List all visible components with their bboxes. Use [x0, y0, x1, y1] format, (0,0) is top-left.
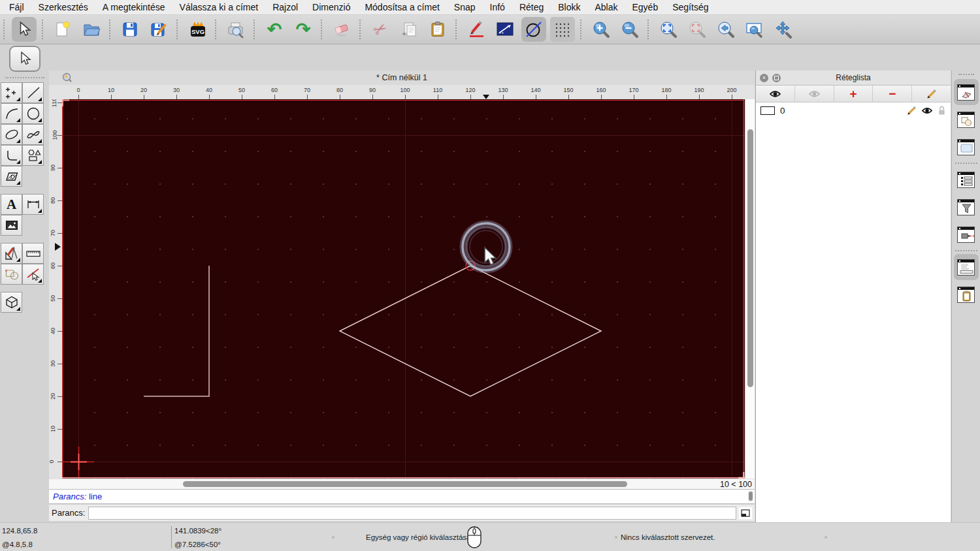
circle-slash-tool-button[interactable] — [521, 17, 546, 42]
dimension-tool[interactable] — [22, 194, 44, 215]
polyline-icon — [4, 148, 20, 163]
layer-color-swatch[interactable] — [760, 106, 775, 115]
solid-3d-tool[interactable] — [1, 292, 22, 313]
line-tool-button[interactable] — [493, 17, 517, 42]
undo-button[interactable]: ↶ — [262, 17, 287, 42]
dock-handle[interactable] — [958, 74, 974, 75]
selection-filter-panel-button[interactable] — [954, 194, 979, 220]
library-browser-panel-button[interactable] — [954, 134, 979, 160]
pan-button[interactable] — [771, 17, 796, 42]
spline-tool[interactable] — [22, 124, 44, 145]
menu-modify[interactable]: Módosítsa a címet — [365, 2, 439, 12]
polygon-shapes-tool[interactable] — [22, 145, 44, 166]
circle-tool[interactable] — [22, 103, 44, 124]
command-input[interactable] — [88, 507, 736, 520]
command-history[interactable]: Parancs: line — [49, 489, 755, 504]
layer-lock-toggle[interactable] — [938, 105, 946, 116]
erase-button[interactable] — [329, 17, 354, 42]
menu-info[interactable]: Infó — [490, 2, 505, 12]
draw-pencil-button[interactable] — [464, 17, 489, 42]
command-options-button[interactable] — [739, 507, 752, 519]
drawn-entity[interactable] — [144, 266, 209, 396]
layer-visibility-toggle[interactable] — [921, 106, 933, 115]
panel-float-button[interactable] — [772, 74, 781, 82]
measure-tool[interactable] — [22, 243, 44, 264]
hatch-tool[interactable] — [1, 166, 22, 187]
horizontal-scrollbar[interactable]: 10 < 100 — [49, 479, 755, 489]
menu-dimension[interactable]: Dimenzió — [312, 2, 350, 12]
hide-all-layers-button[interactable] — [795, 86, 834, 102]
points-tool[interactable] — [1, 82, 22, 103]
toolbar-handle[interactable] — [3, 20, 7, 39]
palette-selection-button[interactable] — [9, 46, 41, 72]
h-ruler: 0102030405060708090100110120130140150160… — [49, 85, 755, 99]
zoom-selection-button[interactable] — [685, 17, 710, 42]
h-ruler-tick — [307, 95, 308, 99]
layer-list-panel-button[interactable] — [954, 79, 979, 105]
new-document-button[interactable] — [50, 17, 75, 42]
status-bar: 124.8,65.8 @4.8,5.8 141.0839<28° @7.5286… — [0, 522, 980, 551]
save-as-button[interactable] — [146, 17, 171, 42]
clipboard-panel-button[interactable] — [954, 281, 979, 307]
menu-select[interactable]: Válassza ki a címet — [180, 2, 259, 12]
add-layer-button[interactable]: + — [834, 86, 874, 102]
zoom-in-button[interactable] — [589, 17, 613, 42]
status-divider — [171, 526, 172, 548]
horizontal-scrollbar-thumb[interactable] — [183, 481, 627, 487]
menu-draw[interactable]: Rajzol — [272, 2, 298, 12]
panel-close-button[interactable]: × — [760, 74, 768, 82]
menu-window[interactable]: Ablak — [595, 2, 617, 12]
modify-tool[interactable] — [1, 264, 22, 285]
h-ruler-tick — [503, 95, 504, 99]
svg-export-icon: SVG — [188, 20, 206, 39]
drawn-entity[interactable] — [340, 266, 601, 396]
property-editor-panel-button[interactable] — [954, 166, 979, 193]
toolbar-handle[interactable] — [42, 20, 45, 39]
copy-button[interactable] — [397, 17, 421, 42]
selection-tool-button[interactable] — [12, 17, 37, 42]
vertical-scrollbar-thumb[interactable] — [747, 129, 753, 387]
text-tool[interactable]: A — [1, 194, 22, 215]
grid-toggle-button[interactable] — [550, 17, 575, 42]
command-line-panel-button[interactable] — [954, 254, 979, 280]
remove-layer-button[interactable]: − — [873, 86, 912, 102]
vertical-scrollbar[interactable] — [745, 99, 755, 479]
zoom-selection-icon — [688, 20, 706, 39]
redo-button[interactable]: ↷ — [291, 17, 316, 42]
menu-file[interactable]: Fájl — [9, 2, 24, 12]
zoom-out-button[interactable] — [617, 17, 642, 42]
arc-tool[interactable] — [1, 103, 22, 124]
menu-edit[interactable]: Szerkesztés — [39, 2, 88, 12]
image-tool[interactable] — [1, 215, 22, 236]
h-ruler-label: 30 — [173, 87, 180, 93]
cut-button[interactable]: ✂ — [368, 17, 393, 42]
zoom-window-button[interactable] — [742, 17, 767, 42]
ellipse-tool[interactable] — [1, 124, 22, 145]
menu-misc[interactable]: Egyéb — [632, 2, 659, 12]
menu-snap[interactable]: Snap — [454, 2, 476, 12]
block-list-panel-button[interactable] — [954, 106, 979, 133]
print-preview-button[interactable] — [223, 17, 248, 42]
paste-button[interactable] — [425, 17, 450, 42]
save-button[interactable] — [118, 17, 142, 42]
svg-export-button[interactable]: SVG — [185, 17, 210, 42]
zoom-auto-button[interactable] — [656, 17, 681, 42]
menu-layer[interactable]: Réteg — [519, 2, 544, 12]
drawing-canvas[interactable] — [62, 99, 745, 479]
menu-block[interactable]: Blokk — [558, 2, 580, 12]
history-scrollbar-thumb[interactable] — [749, 492, 753, 501]
show-all-layers-button[interactable] — [756, 86, 795, 102]
layer-edit-button[interactable] — [906, 105, 917, 116]
zoom-previous-button[interactable] — [713, 17, 738, 42]
polyline-tool[interactable] — [1, 145, 22, 166]
line-tool[interactable] — [22, 82, 44, 103]
drafting-tools[interactable] — [1, 243, 22, 264]
edit-layer-button[interactable] — [912, 86, 951, 102]
menu-view[interactable]: A megtekintése — [103, 2, 165, 12]
menu-help[interactable]: Segítség — [672, 2, 708, 12]
trim-tool[interactable] — [22, 264, 44, 285]
open-file-button[interactable] — [79, 17, 104, 42]
layer-row[interactable]: 0 — [756, 102, 951, 118]
history-scrollbar[interactable] — [748, 491, 753, 502]
command-tool-panel-button[interactable] — [954, 221, 979, 247]
